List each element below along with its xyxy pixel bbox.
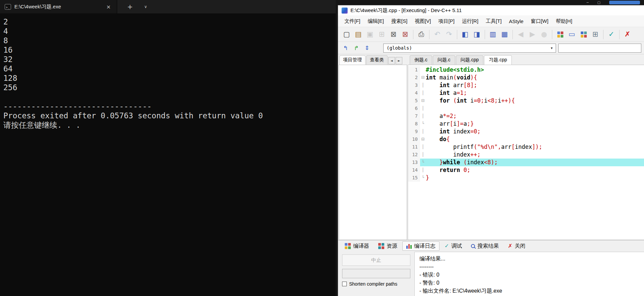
log-line: 编译结果... — [419, 255, 639, 263]
code-line[interactable]: 14│ return 0; — [408, 166, 644, 174]
swap-header-source-button[interactable]: ⇕ — [363, 44, 372, 53]
code-line[interactable]: 10⊟ do{ — [408, 135, 644, 143]
fold-line-icon — [420, 66, 426, 74]
code-line[interactable]: 11│ printf("%d\n",arr[index]); — [408, 143, 644, 151]
code-editor[interactable]: 1#include<stdio.h>2⊟int main(void){3│ in… — [408, 65, 644, 240]
bookmark-button[interactable]: ▥ — [487, 28, 499, 40]
find-button[interactable]: ◧ — [459, 28, 471, 40]
minimize-icon[interactable]: ─ — [587, 1, 589, 4]
code-line[interactable]: 5⊟ for (int i=0;i<8;i++){ — [408, 97, 644, 105]
background-app-badge[interactable] — [609, 1, 640, 4]
code-line[interactable]: 1#include<stdio.h> — [408, 66, 644, 74]
menu-item[interactable]: 编辑[E] — [364, 18, 388, 24]
menu-item[interactable]: 搜索[S] — [388, 18, 411, 24]
code-line[interactable]: 3│ int arr[8]; — [408, 81, 644, 89]
chevron-down-icon: ▾ — [551, 46, 553, 50]
new-file-button[interactable]: ▢ — [341, 28, 352, 40]
code-line[interactable]: 9│ int index=0; — [408, 128, 644, 135]
save-icon: ▣ — [367, 31, 374, 38]
code-line[interactable]: 4│ int a=1; — [408, 89, 644, 97]
editor-tab[interactable]: 习题.cpp — [484, 55, 511, 65]
menu-item[interactable]: 视图[V] — [411, 18, 434, 24]
compile-log[interactable]: 编译结果...--------- 错误: 0- 警告: 0- 输出文件名: E:… — [414, 252, 644, 296]
terminal-output[interactable]: 248163264128256 ------------------------… — [0, 13, 336, 130]
fold-toggle-icon[interactable]: ⊟ — [420, 74, 426, 81]
run-icon: ▭ — [569, 31, 575, 38]
code-line[interactable]: 12│ index++; — [408, 151, 644, 159]
goto-declaration-button[interactable]: ↰ — [341, 44, 350, 53]
fold-toggle-icon[interactable]: ⊟ — [420, 97, 426, 105]
compile-button[interactable] — [554, 28, 566, 40]
fold-line-icon: └ — [420, 120, 426, 128]
tab-close[interactable]: ✗关闭 — [504, 241, 529, 251]
close-icon: ⊠ — [391, 31, 397, 38]
replace-button[interactable]: ◨ — [471, 28, 483, 40]
menu-item[interactable]: 帮助[H] — [552, 18, 576, 24]
save-button[interactable]: ▣ — [364, 28, 376, 40]
swap-header-source-icon: ⇕ — [365, 45, 369, 51]
compile-run-button[interactable] — [578, 28, 589, 40]
tab-dropdown-button[interactable]: ∨ — [142, 4, 150, 9]
terminal-tab-title: E:\C\4week\习题.exe — [14, 4, 61, 10]
shorten-paths-option[interactable]: Shorten compiler paths — [342, 281, 410, 287]
tab-scroll-left-button[interactable]: ◄ — [388, 57, 395, 64]
close-all-button[interactable]: ⊠ — [399, 28, 411, 40]
terminal-tab[interactable]: >_ E:\C\4week\习题.exe × — [0, 0, 117, 13]
restore-icon[interactable]: ▢ — [597, 1, 600, 4]
code-line[interactable]: 2⊟int main(void){ — [408, 74, 644, 81]
debug-icon: ✓ — [609, 31, 615, 38]
project-panel: 项目管理查看类◄► — [338, 54, 408, 240]
code-line[interactable]: 6│ — [408, 105, 644, 112]
stop-execution-button[interactable]: ✗ — [622, 28, 633, 40]
tab-resources[interactable]: 资源 — [374, 241, 401, 251]
tab-compile-log[interactable]: 编译日志 — [402, 241, 439, 251]
abort-compile-button[interactable]: ● — [538, 28, 550, 40]
abort-button[interactable]: 中止 — [342, 254, 410, 266]
menu-item[interactable]: 运行[R] — [458, 18, 482, 24]
redo-button[interactable]: ↷ — [443, 28, 455, 40]
goto-definition-button[interactable]: ↱ — [352, 44, 361, 53]
log-line: -------- — [419, 263, 639, 271]
menu-item[interactable]: 窗口[W] — [527, 18, 552, 24]
menu-item[interactable]: 文件[F] — [341, 18, 364, 24]
terminal-line: 请按任意键继续. . . — [3, 120, 336, 130]
globals-selector[interactable]: (globals) ▾ — [383, 44, 556, 53]
debug-button[interactable]: ✓ — [606, 28, 617, 40]
toolbar-separator — [603, 30, 603, 39]
back-button[interactable]: ◀ — [515, 28, 527, 40]
tab-close-icon[interactable]: × — [104, 3, 113, 11]
goto-line-button[interactable]: ▦ — [499, 28, 510, 40]
menu-item[interactable]: 项目[P] — [435, 18, 458, 24]
run-button[interactable]: ▭ — [566, 28, 578, 40]
code-line[interactable]: 8└ arr[i]=a;} — [408, 120, 644, 128]
forward-button[interactable]: ▶ — [527, 28, 538, 40]
panel-tab[interactable]: 查看类 — [366, 55, 388, 65]
menu-item[interactable]: AStyle — [505, 18, 527, 24]
print-button[interactable]: ⎙ — [415, 28, 427, 40]
code-line[interactable]: 15└} — [408, 174, 644, 182]
code-line[interactable]: 13└ }while (index<8); — [408, 159, 644, 166]
menu-item[interactable]: 工具[T] — [482, 18, 505, 24]
close-button[interactable]: ⊠ — [388, 28, 399, 40]
undo-button[interactable]: ↶ — [431, 28, 443, 40]
new-tab-button[interactable]: + — [125, 3, 136, 11]
member-selector[interactable] — [558, 44, 641, 53]
project-panel-body[interactable] — [339, 65, 407, 240]
editor-tab[interactable]: 问题.cpp — [456, 55, 483, 65]
code-line[interactable]: 7│ a*=2; — [408, 112, 644, 120]
open-button[interactable]: ▤ — [352, 28, 364, 40]
save-all-button[interactable]: ⊞ — [376, 28, 388, 40]
rebuild-button[interactable]: ⊞ — [589, 28, 601, 40]
tab-search-results[interactable]: 搜索结果 — [467, 241, 503, 251]
goto-line-icon: ▦ — [501, 31, 508, 38]
editor-tab[interactable]: 例题.c — [410, 55, 432, 65]
fold-line-icon: │ — [420, 105, 426, 112]
fold-toggle-icon[interactable]: ⊟ — [420, 135, 426, 143]
tab-compiler[interactable]: 编译器 — [341, 241, 373, 251]
tab-debug[interactable]: ✓调试 — [440, 241, 466, 251]
editor-tab[interactable]: 问题.c — [433, 55, 455, 65]
checkbox-icon[interactable] — [342, 282, 347, 286]
panel-tab[interactable]: 项目管理 — [339, 55, 366, 65]
ide-titlebar[interactable]: E:\C\4week\习题.cpp - [Executing] - Dev-C+… — [338, 5, 644, 15]
tab-scroll-right-button[interactable]: ► — [396, 57, 402, 64]
